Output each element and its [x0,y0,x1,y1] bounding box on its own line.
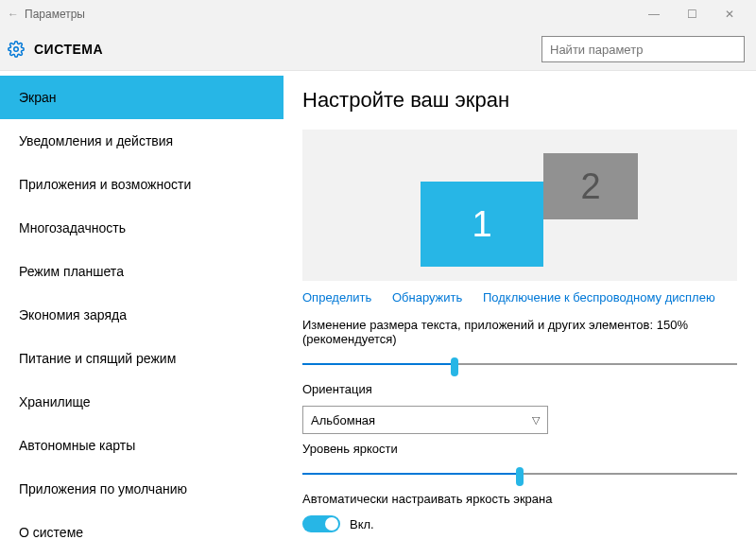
orientation-label: Ориентация [302,382,737,396]
sidebar-item-tablet[interactable]: Режим планшета [0,250,284,293]
sidebar-item-multitasking[interactable]: Многозадачность [0,206,284,250]
sidebar-item-battery[interactable]: Экономия заряда [0,293,284,337]
maximize-button[interactable]: ☐ [673,8,711,21]
display-links: Определить Обнаружить Подключение к бесп… [302,281,737,310]
content-heading: Настройте ваш экран [302,88,737,113]
connect-wireless-link[interactable]: Подключение к беспроводному дисплею [483,290,715,305]
sidebar-item-display[interactable]: Экран [0,76,284,119]
toggle-state-label: Вкл. [350,517,374,531]
chevron-down-icon: ▽ [532,414,540,426]
search-input[interactable] [541,36,745,62]
gear-icon [8,41,25,58]
brightness-slider[interactable] [302,465,737,484]
auto-brightness-label: Автоматически настраивать яркость экрана [302,492,737,506]
titlebar: ← Параметры — ☐ ✕ [0,0,756,28]
identify-link[interactable]: Определить [302,290,371,305]
display-arrangement[interactable]: 1 2 [302,130,737,281]
brightness-label: Уровень яркости [302,442,737,456]
sidebar-item-notifications[interactable]: Уведомления и действия [0,119,284,163]
toggle-knob [325,517,338,531]
sidebar-item-default-apps[interactable]: Приложения по умолчанию [0,467,284,511]
svg-point-0 [14,47,19,52]
monitor-1[interactable]: 1 [421,182,543,267]
sidebar-item-apps[interactable]: Приложения и возможности [0,163,284,206]
sidebar-item-about[interactable]: О системе [0,511,284,554]
scale-slider[interactable] [302,356,737,374]
orientation-select[interactable]: Альбомная ▽ [302,406,548,434]
auto-brightness-toggle[interactable] [302,515,340,532]
back-icon[interactable]: ← [8,8,25,21]
scale-label: Изменение размера текста, приложений и д… [302,318,737,346]
close-button[interactable]: ✕ [711,8,748,21]
content: Настройте ваш экран 1 2 Определить Обнар… [284,71,756,557]
sidebar-item-maps[interactable]: Автономные карты [0,424,284,467]
sidebar: Экран Уведомления и действия Приложения … [0,71,284,557]
minimize-button[interactable]: — [635,8,673,21]
window-title: Параметры [25,8,85,21]
header: СИСТЕМА [0,28,756,71]
sidebar-item-power[interactable]: Питание и спящий режим [0,337,284,380]
monitor-2[interactable]: 2 [543,153,638,219]
sidebar-item-storage[interactable]: Хранилище [0,380,284,424]
page-title: СИСТЕМА [34,42,541,57]
orientation-value: Альбомная [311,413,375,427]
detect-link[interactable]: Обнаружить [392,290,462,305]
